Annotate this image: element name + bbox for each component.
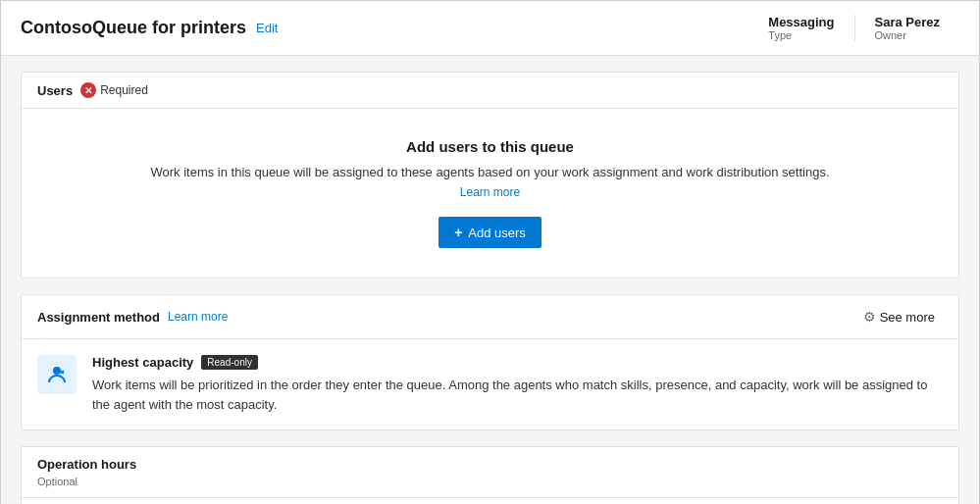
operation-section-title: Operation hours	[37, 457, 943, 472]
header-owner-label: Owner	[875, 29, 906, 41]
add-users-label: Add users	[468, 226, 526, 240]
users-section-header-left: Users ✕ Required	[37, 82, 148, 98]
page-container: ContosoQueue for printers Edit Messaging…	[0, 0, 980, 504]
header: ContosoQueue for printers Edit Messaging…	[1, 1, 979, 56]
assignment-section-title: Assignment method	[37, 310, 160, 325]
assignment-method-title: Highest capacity	[92, 355, 193, 370]
add-users-desc: Work items in this queue will be assigne…	[147, 163, 834, 201]
read-only-badge: Read-only	[201, 355, 258, 370]
page-title: ContosoQueue for printers	[21, 18, 246, 38]
assignment-icon-wrap	[37, 355, 77, 394]
header-type-label: Type	[768, 29, 792, 41]
required-icon: ✕	[80, 82, 96, 98]
operation-header-content: Operation hours	[22, 447, 958, 476]
assignment-section-header: Assignment method Learn more ⚙ See more	[22, 295, 958, 339]
users-section-title: Users	[37, 83, 73, 98]
users-section-header: Users ✕ Required	[22, 73, 958, 109]
operation-section: Operation hours Optional Set your operat…	[21, 446, 959, 504]
edit-link[interactable]: Edit	[256, 21, 278, 35]
operation-optional-text: Optional	[22, 476, 958, 497]
assignment-header-left: Assignment method Learn more	[37, 310, 228, 325]
users-section: Users ✕ Required Add users to this queue…	[21, 72, 959, 278]
see-more-label: See more	[880, 310, 935, 325]
assignment-title-row: Highest capacity Read-only	[92, 355, 943, 370]
users-section-body: Add users to this queue Work items in th…	[22, 109, 958, 277]
header-meta-type: Messaging Type	[748, 15, 853, 41]
assignment-section: Assignment method Learn more ⚙ See more	[21, 294, 959, 430]
main-content: Users ✕ Required Add users to this queue…	[1, 56, 979, 504]
header-left: ContosoQueue for printers Edit	[21, 18, 278, 38]
assignment-learn-more-link[interactable]: Learn more	[168, 310, 228, 324]
header-owner-value: Sara Perez	[875, 15, 941, 29]
capacity-icon	[45, 363, 69, 386]
svg-point-0	[53, 367, 61, 375]
header-meta-owner: Sara Perez Owner	[854, 15, 960, 41]
gear-icon: ⚙	[863, 309, 876, 325]
header-right: Messaging Type Sara Perez Owner	[748, 15, 959, 41]
users-learn-more-link[interactable]: Learn more	[460, 185, 520, 199]
operation-body: Set your operation hours Choose the days…	[22, 497, 958, 504]
add-users-title: Add users to this queue	[406, 138, 574, 155]
assignment-info: Highest capacity Read-only Work items wi…	[92, 355, 943, 414]
see-more-button[interactable]: ⚙ See more	[855, 305, 943, 328]
assignment-method-desc: Work items will be prioritized in the or…	[92, 376, 943, 414]
required-text: Required	[100, 83, 148, 97]
add-users-button[interactable]: + Add users	[438, 217, 542, 248]
header-type-value: Messaging	[768, 15, 834, 29]
assignment-body: Highest capacity Read-only Work items wi…	[22, 339, 958, 429]
required-badge: ✕ Required	[80, 82, 148, 98]
plus-icon: +	[454, 225, 462, 240]
